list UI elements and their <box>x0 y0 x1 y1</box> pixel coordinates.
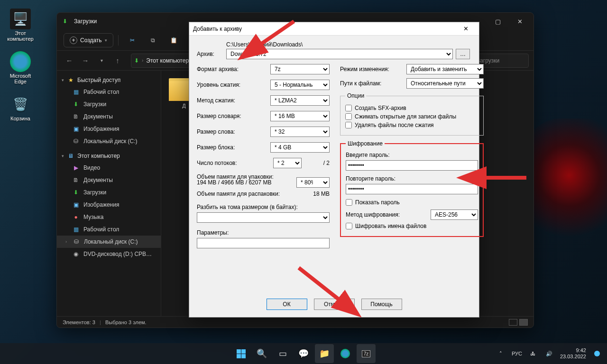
encrypt-names-checkbox[interactable] <box>346 223 352 229</box>
recent-button[interactable]: ▾ <box>94 54 109 68</box>
delete-checkbox[interactable] <box>345 122 352 128</box>
status-count: Элементов: 3 <box>63 319 95 325</box>
paste-button[interactable]: 📋 <box>165 32 183 48</box>
mem-percent-select[interactable]: * 80% <box>296 177 330 188</box>
new-button[interactable]: + Создать ▾ <box>64 33 113 47</box>
level-select[interactable]: 5 - Нормальный <box>270 80 330 90</box>
tree-label: Локальный диск (C:) <box>84 238 138 245</box>
enc-method-label: Метод шифрования: <box>346 211 431 218</box>
tree-item-documents[interactable]: 🗎Документы <box>57 110 161 123</box>
tree-label: Загрузки <box>83 189 106 196</box>
tree-label: Рабочий стол <box>83 89 119 95</box>
help-button[interactable]: Помощь <box>361 299 402 310</box>
password2-label: Повторите пароль: <box>346 175 478 182</box>
tray-language[interactable]: РУС <box>512 351 522 356</box>
options-legend: Опции <box>345 92 366 99</box>
tree-item-localdisk[interactable]: ›⛁Локальный диск (C:) <box>57 236 161 248</box>
task-explorer[interactable]: 📁 <box>315 344 334 363</box>
task-chat[interactable]: 💬 <box>294 344 313 363</box>
network-icon: 🖧 <box>530 351 535 356</box>
block-select[interactable]: * 4 GB <box>270 142 330 153</box>
tree-item-desktop[interactable]: ▦Рабочий стол <box>57 86 161 98</box>
task-view[interactable]: ▭ <box>273 344 292 363</box>
tree-item-videos[interactable]: ▶Видео <box>57 162 161 174</box>
shared-checkbox[interactable] <box>345 113 352 120</box>
browse-button[interactable]: … <box>456 49 470 59</box>
archive-name-combo[interactable]: Downloads.7z <box>226 49 453 59</box>
tree-label: Документы <box>83 177 113 183</box>
tray-volume[interactable]: 🔊 <box>544 351 554 357</box>
tree-item-downloads[interactable]: ⬇Загрузки <box>57 98 161 110</box>
threads-select[interactable]: * 2 <box>273 158 302 168</box>
desktop-icon: ▦ <box>72 88 80 96</box>
format-select[interactable]: 7z <box>270 64 330 74</box>
tree-this-pc[interactable]: ▾ 🖥 Этот компьютер <box>57 150 161 162</box>
video-icon: ▶ <box>72 164 80 172</box>
new-label: Создать <box>80 37 102 44</box>
view-list-button[interactable] <box>509 319 517 326</box>
separator <box>118 35 119 46</box>
show-password-checkbox[interactable] <box>346 199 352 206</box>
up-button[interactable]: ↑ <box>110 54 125 68</box>
tree-item-pictures[interactable]: ▣Изображения <box>57 199 161 211</box>
cancel-button[interactable]: Отмена <box>314 299 355 310</box>
document-icon: 🗎 <box>72 113 80 120</box>
desktop-icon-edge[interactable]: Microsoft Edge <box>4 51 37 84</box>
task-sevenzip[interactable]: 7z <box>357 344 376 363</box>
copy-button[interactable]: ⧉ <box>144 32 162 48</box>
options-group: Опции Создать SFX-архив Сжимать открытые… <box>340 92 484 136</box>
tree-quick-access[interactable]: ▾ ★ Быстрый доступ <box>57 74 161 86</box>
desktop-icon-recycle-bin[interactable]: 🗑️ Корзина <box>4 94 37 121</box>
archive-parent-path: C:\Users\Евгений\Downloads\ <box>226 41 471 48</box>
tree-item-music[interactable]: ●Музыка <box>57 211 161 223</box>
task-edge[interactable] <box>336 344 355 363</box>
maximize-button[interactable]: ▢ <box>487 14 509 28</box>
forward-button[interactable]: → <box>78 54 93 68</box>
tray-notifications[interactable] <box>592 351 602 356</box>
password2-input[interactable] <box>346 184 478 194</box>
method-select[interactable]: * LZMA2 <box>270 95 330 106</box>
dict-label: Размер словаря: <box>197 113 270 119</box>
windows-icon <box>237 349 246 358</box>
params-input[interactable] <box>197 238 330 248</box>
pc-icon: 🖥 <box>67 152 74 160</box>
edge-icon <box>10 51 31 72</box>
sfx-checkbox[interactable] <box>345 105 352 111</box>
cut-button[interactable]: ✂ <box>123 32 141 48</box>
status-selection: Выбрано 3 элем. <box>105 319 147 325</box>
word-select[interactable]: * 32 <box>270 127 330 137</box>
ok-button[interactable]: ОК <box>267 299 307 310</box>
tree-item-documents[interactable]: 🗎Документы <box>57 174 161 186</box>
desktop-icon-this-pc[interactable]: 🖥️ Этот компьютер <box>4 9 37 42</box>
tree-item-localdisk[interactable]: ⛁Локальный диск (C:) <box>57 135 161 147</box>
task-search[interactable]: 🔍 <box>252 344 271 363</box>
start-button[interactable] <box>231 344 250 363</box>
tray-chevron[interactable]: ˄ <box>496 351 506 357</box>
tree-label: Локальный диск (C:) <box>83 138 138 145</box>
split-select[interactable] <box>197 212 330 223</box>
tree-item-dvd[interactable]: ◉DVD-дисковод (D:) CPBA_X6 <box>57 248 161 260</box>
tree-label: Документы <box>83 113 113 120</box>
paths-select[interactable]: Относительные пути <box>406 78 484 89</box>
view-grid-button[interactable] <box>519 319 528 326</box>
chat-icon: 💬 <box>298 348 309 359</box>
back-button[interactable]: ← <box>62 54 77 68</box>
password-input[interactable] <box>346 160 478 171</box>
star-icon: ★ <box>67 76 74 84</box>
close-button[interactable]: ✕ <box>509 14 531 28</box>
level-label: Уровень сжатия: <box>197 82 270 88</box>
tray-network[interactable]: 🖧 <box>528 351 538 356</box>
crumb[interactable]: Этот компьютер <box>146 57 189 64</box>
update-select[interactable]: Добавить и заменить <box>406 64 484 74</box>
dialog-close-button[interactable]: ✕ <box>456 23 475 35</box>
tree-item-pictures[interactable]: ▣Изображения <box>57 123 161 135</box>
dict-select[interactable]: * 16 MB <box>270 111 330 121</box>
tree-item-desktop[interactable]: ▦Рабочий стол <box>57 223 161 236</box>
tree-item-downloads[interactable]: ⬇Загрузки <box>57 186 161 199</box>
block-label: Размер блока: <box>197 144 270 151</box>
tree-label: Загрузки <box>83 101 106 108</box>
dialog-titlebar[interactable]: Добавить к архиву ✕ <box>189 22 479 36</box>
tray-clock[interactable]: 9:42 23.03.2022 <box>560 347 586 360</box>
enc-method-select[interactable]: AES-256 <box>431 209 478 220</box>
pc-icon: 🖥️ <box>10 9 31 29</box>
